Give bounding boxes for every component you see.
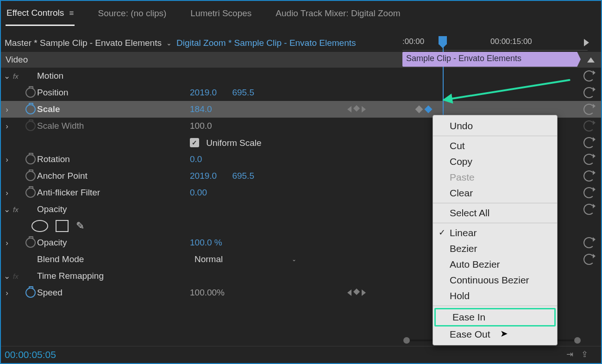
- reset-icon[interactable]: [583, 137, 595, 148]
- fx-badge-icon[interactable]: fx: [13, 206, 24, 213]
- next-keyframe-icon[interactable]: [362, 289, 366, 296]
- prev-keyframe-icon[interactable]: [347, 289, 351, 296]
- scrollbar-knob-left[interactable]: [403, 337, 410, 344]
- position-row[interactable]: Position 2019.0 695.5: [1, 84, 601, 101]
- blend-mode-value: Normal: [194, 254, 223, 264]
- panel-menu-icon[interactable]: ≡: [69, 9, 74, 18]
- keyframe-context-menu: Undo Cut Copy Paste Clear Select All Lin…: [433, 115, 558, 345]
- stopwatch-icon[interactable]: [25, 104, 36, 114]
- breadcrumb-sequence[interactable]: Digital Zoom * Sample Clip - Envato Elem…: [176, 38, 356, 48]
- mini-timeline[interactable]: :00:00 00:00:15:00 Sample Clip - Envato …: [402, 36, 588, 50]
- uniform-scale-label: Uniform Scale: [206, 138, 261, 147]
- ellipse-mask-icon[interactable]: [31, 220, 48, 232]
- position-y-value[interactable]: 695.5: [232, 88, 254, 97]
- prev-keyframe-icon[interactable]: [347, 106, 351, 113]
- stopwatch-icon[interactable]: [25, 88, 36, 98]
- stopwatch-icon[interactable]: [25, 154, 36, 164]
- menu-auto-bezier[interactable]: Auto Bezier: [433, 257, 557, 272]
- stopwatch-icon[interactable]: [25, 238, 36, 248]
- rotation-label: Rotation: [37, 154, 190, 164]
- current-time[interactable]: 00:00:05:05: [5, 349, 56, 360]
- anchor-y-value[interactable]: 695.5: [232, 171, 254, 181]
- playhead-icon[interactable]: [439, 36, 447, 44]
- menu-copy[interactable]: Copy: [433, 154, 557, 169]
- cursor-icon: ➤: [500, 328, 508, 339]
- position-x-value[interactable]: 2019.0: [190, 88, 217, 97]
- menu-bezier[interactable]: Bezier: [433, 241, 557, 257]
- menu-ease-out[interactable]: Ease Out: [433, 326, 557, 342]
- speed-value: 100.00%: [190, 288, 225, 297]
- time-remapping-label: Time Remapping: [37, 271, 190, 281]
- reset-icon[interactable]: [583, 87, 595, 98]
- scale-value[interactable]: 184.0: [190, 104, 212, 114]
- anchor-point-label: Anchor Point: [37, 171, 190, 181]
- footer-bar: 00:00:05:05: [1, 346, 601, 363]
- reset-icon[interactable]: [583, 237, 595, 248]
- opacity-value[interactable]: 100.0 %: [190, 238, 222, 247]
- stopwatch-icon[interactable]: [25, 188, 36, 198]
- time-tick-1: 00:00:15:00: [490, 37, 532, 46]
- reset-icon[interactable]: [583, 104, 595, 115]
- add-keyframe-icon[interactable]: [353, 105, 360, 112]
- menu-hold[interactable]: Hold: [433, 288, 557, 304]
- menu-separator: [433, 203, 557, 203]
- collapse-up-icon[interactable]: [587, 57, 595, 63]
- reset-icon: [583, 120, 595, 132]
- anti-flicker-value[interactable]: 0.00: [190, 188, 207, 197]
- scale-label: Scale: [37, 104, 190, 114]
- blend-mode-dropdown[interactable]: Normal ⌄: [190, 252, 301, 266]
- time-ruler[interactable]: :00:00 00:00:15:00: [402, 36, 588, 50]
- twirl-icon[interactable]: [1, 288, 13, 298]
- motion-effect-row[interactable]: fx Motion: [1, 68, 601, 84]
- fx-badge-icon[interactable]: fx: [13, 72, 24, 80]
- timeline-clip[interactable]: Sample Clip - Envato Elements: [402, 52, 581, 67]
- motion-label: Motion: [37, 71, 190, 81]
- opacity-title: Opacity: [37, 204, 190, 214]
- zoom-to-sequence-icon[interactable]: ⇥: [566, 349, 573, 359]
- reset-icon[interactable]: [583, 187, 595, 198]
- menu-ease-in[interactable]: Ease In: [434, 308, 556, 326]
- tab-effect-controls[interactable]: Effect Controls ≡: [6, 6, 75, 26]
- menu-cut[interactable]: Cut: [433, 138, 557, 154]
- tab-audio-track-mixer[interactable]: Audio Track Mixer: Digital Zoom: [275, 6, 401, 25]
- reset-icon[interactable]: [583, 204, 595, 215]
- pen-mask-icon[interactable]: ✎: [76, 220, 84, 232]
- rotation-value[interactable]: 0.0: [190, 154, 202, 164]
- twirl-icon[interactable]: [1, 271, 13, 281]
- anchor-x-value[interactable]: 2019.0: [190, 171, 217, 181]
- chevron-down-icon[interactable]: ⌄: [166, 39, 172, 47]
- tab-source[interactable]: Source: (no clips): [97, 6, 167, 25]
- reset-icon[interactable]: [583, 170, 595, 182]
- breadcrumb-master[interactable]: Master * Sample Clip - Envato Elements: [5, 38, 162, 48]
- menu-continuous-bezier[interactable]: Continuous Bezier: [433, 272, 557, 288]
- next-keyframe-icon[interactable]: [362, 106, 366, 113]
- panel-tabs: Effect Controls ≡ Source: (no clips) Lum…: [1, 1, 601, 26]
- menu-linear[interactable]: Linear: [433, 225, 557, 241]
- scrollbar-knob-right[interactable]: [574, 337, 581, 344]
- menu-clear[interactable]: Clear: [433, 185, 557, 201]
- twirl-icon[interactable]: [1, 121, 13, 131]
- video-section-label: Video: [6, 55, 28, 65]
- stopwatch-icon[interactable]: [25, 171, 36, 181]
- reset-icon[interactable]: [583, 154, 595, 165]
- add-keyframe-icon[interactable]: [353, 289, 360, 295]
- rectangle-mask-icon[interactable]: [56, 220, 69, 232]
- menu-undo[interactable]: Undo: [433, 118, 557, 134]
- uniform-scale-checkbox[interactable]: [190, 138, 199, 147]
- twirl-icon[interactable]: [1, 238, 13, 248]
- twirl-icon[interactable]: [1, 104, 13, 114]
- menu-select-all[interactable]: Select All: [433, 205, 557, 221]
- reset-icon[interactable]: [583, 70, 595, 82]
- twirl-icon[interactable]: [1, 154, 13, 164]
- twirl-icon[interactable]: [1, 71, 13, 81]
- twirl-icon[interactable]: [1, 204, 13, 214]
- stopwatch-icon[interactable]: [25, 288, 36, 298]
- menu-separator: [433, 306, 557, 306]
- export-icon[interactable]: ⇪: [581, 349, 588, 359]
- position-label: Position: [37, 88, 190, 98]
- tab-lumetri-scopes[interactable]: Lumetri Scopes: [189, 6, 252, 25]
- twirl-icon[interactable]: [1, 188, 13, 198]
- blend-mode-label: Blend Mode: [37, 254, 190, 264]
- stopwatch-icon: [25, 121, 36, 131]
- reset-icon[interactable]: [583, 254, 595, 265]
